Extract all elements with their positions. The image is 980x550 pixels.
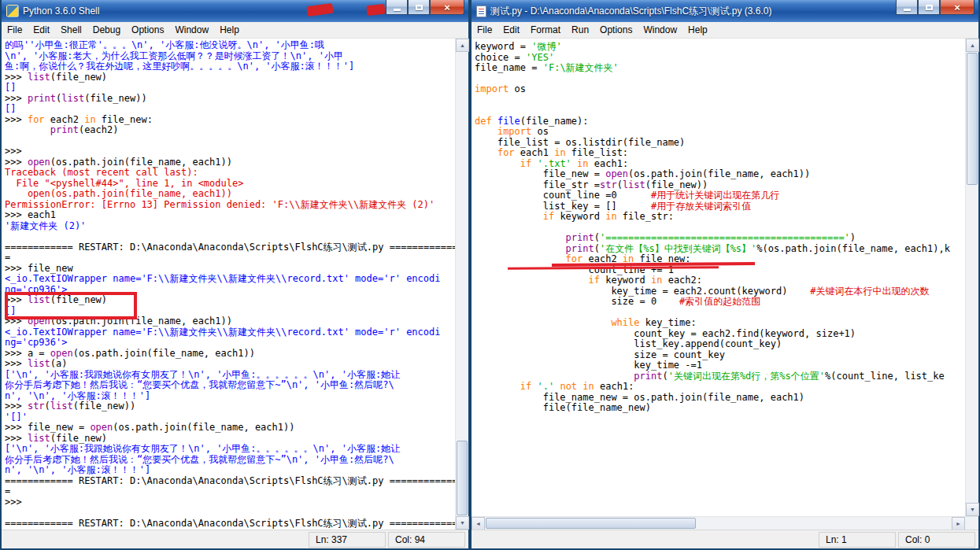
shell-menu-file[interactable]: File: [2, 22, 28, 38]
minimize-icon: [904, 9, 911, 11]
scroll-up-icon[interactable]: ▲: [456, 39, 469, 52]
shell-menu-help[interactable]: Help: [214, 22, 245, 38]
scroll-track[interactable]: [456, 52, 468, 516]
editor-menu-run[interactable]: Run: [566, 22, 594, 38]
editor-line: while key_time:: [475, 318, 965, 329]
scroll-track[interactable]: [966, 52, 978, 503]
shell-line: \n', '小客服:老大，为什么我工资那么低啊？？是时候涨工资了！\n', '小…: [5, 51, 455, 62]
scroll-track[interactable]: [485, 517, 952, 530]
editor-line: def file(file_name):: [475, 116, 965, 127]
scroll-thumb[interactable]: [967, 53, 978, 185]
line-indicator: Ln: 1: [819, 532, 896, 548]
close-button[interactable]: ×: [430, 0, 464, 15]
python-file-icon: [476, 6, 486, 17]
editor-line: for each2 in file_new:: [475, 254, 965, 265]
scroll-right-icon[interactable]: ►: [952, 517, 965, 530]
shell-line: '新建文件夹 (2)': [5, 221, 455, 232]
maximize-button[interactable]: [918, 0, 940, 15]
editor-line: import os: [475, 127, 965, 138]
editor-line: [475, 95, 965, 106]
editor-line: print('在文件【%s】中找到关键词【%s】'%(os.path.join(…: [475, 244, 965, 255]
shell-line: >>> file_new: [5, 264, 455, 275]
editor-line: [475, 105, 965, 116]
scroll-down-icon[interactable]: ▼: [966, 503, 979, 516]
editor-line: print('=================================…: [475, 233, 965, 244]
shell-line: 的吗''小甲鱼:很正常'。。。\n', '小客服:他没说呀。\n', '小甲鱼:…: [5, 40, 455, 51]
scroll-thumb[interactable]: [486, 518, 696, 529]
editor-window-title: 测试.py - D:\Anaconda\Anaconda\Scripts\Fls…: [490, 5, 860, 18]
maximize-button[interactable]: [408, 0, 430, 15]
shell-line: 鱼:啊，你说什么？我在外边呢，这里好吵啊。。。。。\n', '小客服:滚！！！'…: [5, 61, 455, 72]
editor-line: for each1 in file_list:: [475, 148, 965, 159]
shell-menu-debug[interactable]: Debug: [87, 22, 126, 38]
shell-line: [5, 231, 455, 242]
scroll-down-icon[interactable]: ▼: [456, 516, 469, 530]
editor-line: count_line =0 #用于统计关键词出现在第几行: [475, 190, 965, 201]
shell-line: n', '\n', '小客服:滚！！！']: [5, 465, 455, 476]
shell-text-area[interactable]: 的吗''小甲鱼:很正常'。。。\n', '小客服:他没说呀。\n', '小甲鱼:…: [2, 39, 455, 530]
editor-line: list_key.append(count_key): [475, 339, 965, 350]
editor-line: keyword = '微博': [475, 42, 965, 53]
python-icon: [6, 5, 19, 17]
shell-line: ============ RESTART: D:\Anaconda\Anacon…: [5, 242, 455, 253]
editor-line: file_name = 'F:\新建文件夹': [475, 63, 965, 74]
editor-horizontal-scrollbar[interactable]: ◄ ►: [472, 516, 978, 530]
scroll-left-icon[interactable]: ◄: [472, 517, 485, 530]
shell-line: ============ RESTART: D:\Anaconda\Anacon…: [5, 476, 455, 487]
editor-menu-options[interactable]: Options: [594, 22, 638, 38]
shell-line: >>> list(file_new): [5, 72, 455, 83]
shell-menu-window[interactable]: Window: [169, 22, 214, 38]
editor-titlebar[interactable]: 测试.py - D:\Anaconda\Anaconda\Scripts\Fls…: [472, 0, 978, 22]
editor-line: print('关键词出现在第%d行，第%s个位置'%(count_line, l…: [475, 371, 965, 382]
scroll-thumb[interactable]: [457, 441, 468, 515]
shell-titlebar[interactable]: Python 3.6.0 Shell ×: [2, 0, 468, 22]
editor-menu-window[interactable]: Window: [638, 22, 682, 38]
shell-window: Python 3.6.0 Shell × FileEditShellDebugO…: [0, 0, 470, 550]
editor-menu-format[interactable]: Format: [525, 22, 566, 38]
editor-menu-file[interactable]: File: [472, 22, 497, 38]
minimize-icon: [394, 9, 401, 11]
red-annotation-mark: [366, 4, 385, 16]
editor-line: file_str =str(list(file_new)): [475, 180, 965, 191]
editor-menu-help[interactable]: Help: [682, 22, 713, 38]
shell-line: >>> open(os.path.join(file_name, each1)): [5, 157, 455, 168]
shell-line: >>> open(os.path.join(file_name, each1)): [5, 316, 455, 327]
minimize-button[interactable]: [896, 0, 918, 15]
shell-window-title: Python 3.6.0 Shell: [23, 6, 187, 17]
window-controls: ×: [386, 0, 464, 15]
shell-line: PermissionError: [Errno 13] Permission d…: [5, 200, 455, 211]
shell-line: []: [5, 83, 455, 94]
editor-line: count_key = each2.find(keyword, size+1): [475, 329, 965, 340]
shell-menu-edit[interactable]: Edit: [28, 22, 55, 38]
editor-statusbar: Ln: 1 Col: 0: [472, 530, 978, 548]
editor-text-area[interactable]: keyword = '微博'choice = 'YES'file_name = …: [472, 39, 965, 516]
shell-line: ng='cp936'>: [5, 285, 455, 296]
shell-menu-shell[interactable]: Shell: [55, 22, 87, 38]
editor-line: if keyword in each2:: [475, 275, 965, 286]
editor-line: file_new = open(os.path.join(file_name, …: [475, 169, 965, 180]
editor-line: if '.txt' in each1:: [475, 159, 965, 170]
minimize-button[interactable]: [386, 0, 408, 15]
shell-line: print(each2): [5, 125, 455, 136]
editor-line: if keyword in file_str:: [475, 212, 965, 223]
scroll-up-icon[interactable]: ▲: [966, 39, 979, 52]
close-button[interactable]: ×: [940, 0, 974, 15]
editor-vertical-scrollbar[interactable]: ▲ ▼: [965, 39, 978, 516]
shell-line: >>> for each2 in file_new:: [5, 115, 455, 126]
shell-menu-options[interactable]: Options: [126, 22, 169, 38]
shell-line: ['\n', '小客服:我跟她说你有女朋友了！\n', '小甲鱼:。。。。。。\…: [5, 370, 455, 381]
editor-line: file_name_new = os.path.join(file_name, …: [475, 393, 965, 404]
editor-content: keyword = '微博'choice = 'YES'file_name = …: [472, 39, 978, 516]
editor-menu-edit[interactable]: Edit: [497, 22, 525, 38]
shell-vertical-scrollbar[interactable]: ▲ ▼: [455, 39, 468, 530]
shell-line: ============ RESTART: D:\Anaconda\Anacon…: [5, 519, 455, 530]
editor-line: file(file_name_new): [475, 403, 965, 414]
shell-line: >>> list(file_new): [5, 295, 455, 306]
shell-line: >>> list(file_new): [5, 434, 455, 445]
shell-line: [5, 508, 455, 519]
red-annotation-box: >>> list(file_new)[]: [5, 295, 455, 316]
shell-line: []: [5, 306, 455, 317]
window-controls: ×: [896, 0, 974, 15]
red-annotation-mark: [306, 3, 333, 17]
shell-line: =: [5, 486, 455, 497]
